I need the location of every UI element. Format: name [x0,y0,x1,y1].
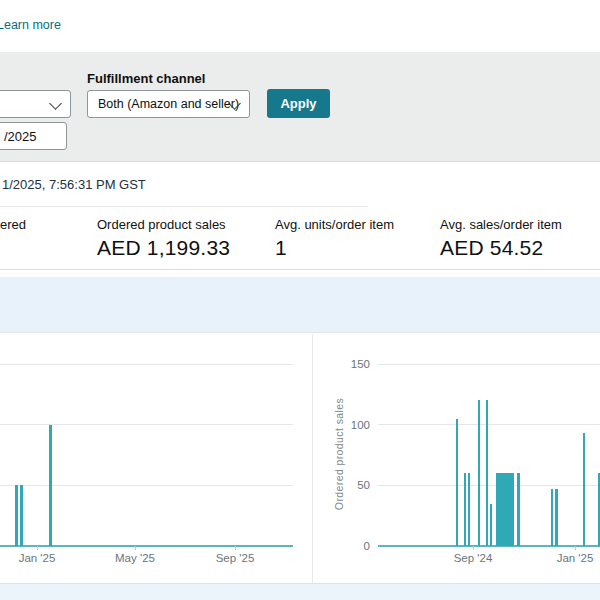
bar [478,400,481,546]
gridline [378,485,600,486]
x-tick-label: Sep '25 [200,552,270,564]
bar [486,400,489,546]
bar [20,485,23,546]
bar [468,473,471,546]
y-axis-title: Ordered product sales [333,398,345,510]
x-tick-label: May '25 [100,552,170,564]
x-tick [575,546,576,550]
x-tick [235,546,236,550]
sales-dashboard-screen: Learn more Fulfillment channel Both (Ama… [0,0,600,600]
bar [551,489,554,546]
y-tick-label: 0 [336,540,370,552]
x-tick [37,546,38,550]
gridline [0,485,293,486]
bar [555,489,558,546]
x-tick-label: Sep '24 [438,552,508,564]
charts-panel-divider [312,334,313,583]
bar [456,419,459,546]
x-tick-label: Jan '25 [540,552,600,564]
x-axis-line [0,545,293,547]
gridline [378,424,600,425]
x-tick-label: Jan '25 [2,552,72,564]
bar [464,473,467,546]
x-tick [135,546,136,550]
gridline [0,424,293,425]
bar [15,485,18,546]
bar [517,473,520,546]
gridline [378,364,600,365]
bar [490,504,493,546]
y-tick-label: 150 [336,358,370,370]
sales-charts: Jan '25May '25Sep '25Sep '24Jan '2505010… [0,0,600,600]
bar [511,473,514,546]
bar [49,425,52,546]
bar [583,433,586,546]
next-section-header [0,583,600,600]
x-tick [473,546,474,550]
gridline [0,364,293,365]
